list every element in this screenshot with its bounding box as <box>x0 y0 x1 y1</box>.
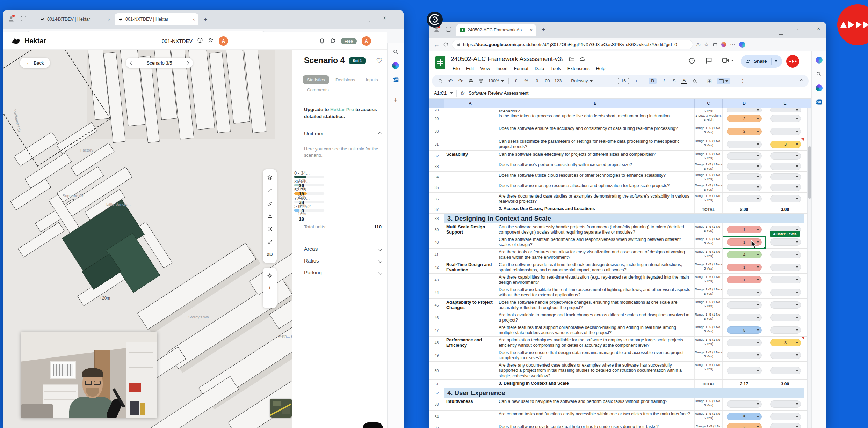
zoom-select[interactable]: 100% <box>488 79 504 83</box>
section-ratios[interactable]: Ratios <box>304 258 382 264</box>
tab-decisions[interactable]: Decisions <box>331 75 359 84</box>
cell-category[interactable] <box>444 311 496 324</box>
cell-range[interactable]: TOTAL <box>695 205 723 213</box>
row-header[interactable]: 34 <box>429 172 444 182</box>
cell-question[interactable]: Can users customize the parameters or se… <box>496 138 695 150</box>
favorites-star-icon[interactable]: ☆ <box>704 42 709 47</box>
score-chip-dropdown[interactable] <box>770 173 801 180</box>
score-chip-dropdown[interactable] <box>727 301 762 309</box>
cell-category[interactable] <box>444 423 496 428</box>
col-header-E[interactable]: E <box>766 99 804 108</box>
sun-shadow-icon[interactable] <box>266 225 274 233</box>
cell-score-d[interactable]: 2 <box>723 125 766 138</box>
cell-score-e[interactable] <box>766 172 804 182</box>
cell-question[interactable]: Are tools available to manage and track … <box>496 311 695 324</box>
sidebar-search-icon[interactable] <box>392 48 399 56</box>
sheets-app-icon[interactable] <box>435 56 445 69</box>
cell-score-d[interactable]: 1 <box>723 261 766 273</box>
paint-format-icon[interactable] <box>478 79 484 84</box>
tab-close-icon[interactable]: × <box>108 17 110 22</box>
row-header[interactable]: 41 <box>429 249 444 261</box>
select-all-corner[interactable] <box>429 99 444 108</box>
refresh-button[interactable] <box>443 42 448 47</box>
row-header[interactable]: 46 <box>429 311 444 324</box>
menu-edit[interactable]: Edit <box>463 65 477 72</box>
row-header[interactable]: 52 <box>429 388 444 398</box>
account-avatar[interactable] <box>786 55 799 68</box>
cell-score-d[interactable]: 2.17 <box>723 380 766 388</box>
cell-question[interactable]: Can the software scale effectively for p… <box>496 151 695 161</box>
col-header-A[interactable]: A <box>444 99 496 108</box>
font-select[interactable]: Raleway <box>571 79 598 83</box>
score-chip-dropdown[interactable] <box>770 423 801 428</box>
row-header[interactable]: 49 <box>429 349 444 361</box>
menu-file[interactable]: File <box>449 65 463 72</box>
cell-score-e[interactable] <box>766 324 804 336</box>
cell-range[interactable]: Range 1 -5 (1 No - 5 Yes) <box>695 249 723 261</box>
cell-score-e[interactable] <box>766 299 804 311</box>
tab-comments[interactable]: Comments <box>303 86 333 94</box>
cell-score-d[interactable]: 5 <box>723 411 766 423</box>
cell-score-d[interactable] <box>723 362 766 379</box>
meet-presentation-button[interactable] <box>722 57 734 64</box>
cell-range[interactable]: Range 1 -5 (1 No - 5 Yes) <box>695 411 723 423</box>
menu-data[interactable]: Data <box>531 65 547 72</box>
cell-range[interactable]: Range 1 -5 (1 No - 5 Yes) <box>695 349 723 361</box>
score-chip-dropdown[interactable] <box>727 339 762 346</box>
cell-category[interactable] <box>444 125 496 138</box>
cell-score-e[interactable] <box>766 182 804 192</box>
score-chip-dropdown[interactable] <box>727 184 762 191</box>
browser-tab-1[interactable]: 001-NXTDEV | Hektar × <box>36 13 114 25</box>
col-header-B[interactable]: B <box>496 99 695 108</box>
cell-category[interactable]: Real-Time Design and Evaluation <box>444 261 496 273</box>
cell-question[interactable]: Can the software maintain performance an… <box>496 236 695 248</box>
cell-score-d[interactable] <box>723 151 766 161</box>
score-chip-dropdown[interactable] <box>770 115 801 122</box>
row-header[interactable]: 36 <box>429 193 444 205</box>
section-parking[interactable]: Parking <box>304 270 382 275</box>
cell-score-e[interactable] <box>766 108 804 112</box>
cell-category[interactable] <box>444 182 496 192</box>
menu-extensions[interactable]: Extensions <box>564 65 593 72</box>
row-header[interactable]: 45 <box>429 299 444 311</box>
search-icon[interactable] <box>437 79 443 84</box>
score-chip-dropdown[interactable] <box>727 173 762 180</box>
score-chip-dropdown[interactable] <box>770 352 801 359</box>
cell-category[interactable]: Multi-Scale Design Support <box>444 223 496 236</box>
document-title[interactable]: 240502-AEC Framework Assessment-v3 <box>451 56 561 63</box>
score-chip-dropdown[interactable] <box>727 195 762 202</box>
collapse-toolbar-icon[interactable] <box>800 79 803 83</box>
percent-format-icon[interactable]: % <box>523 79 529 83</box>
row-header[interactable]: 38 <box>429 214 444 223</box>
cell-question[interactable]: 3. Designing in Context and Scale <box>496 380 695 388</box>
scrollbar-thumb[interactable] <box>808 146 811 199</box>
currency-format-icon[interactable]: £ <box>513 79 519 83</box>
cell-question[interactable]: Does the software facilitate the real-ti… <box>496 286 695 298</box>
cell-category[interactable] <box>444 112 496 125</box>
back-button-map[interactable]: ← Back <box>20 58 50 68</box>
cell-question[interactable]: Does the software provide contextual hel… <box>496 423 695 428</box>
unit-mix-header[interactable]: Unit mix <box>304 131 382 136</box>
cell-range[interactable]: 5 Yes) <box>695 108 723 112</box>
menu-insert[interactable]: Insert <box>493 65 511 72</box>
score-chip-dropdown[interactable] <box>770 128 801 135</box>
row-header[interactable]: 42 <box>429 261 444 273</box>
score-chip-dropdown[interactable] <box>770 289 801 296</box>
row-header[interactable]: 55 <box>429 423 444 428</box>
bold-icon[interactable]: B <box>649 78 657 84</box>
cell-range[interactable]: Range 1 -5 (1 No - 5 Yes) <box>695 236 723 248</box>
sidebar-add-icon[interactable]: + <box>392 96 399 104</box>
row-header[interactable]: 47 <box>429 324 444 336</box>
tab-statistics[interactable]: Statistics <box>303 75 329 84</box>
cell-score-d[interactable] <box>723 286 766 298</box>
cell-score-e[interactable] <box>766 362 804 379</box>
cell-category[interactable] <box>444 172 496 182</box>
score-chip-dropdown[interactable] <box>770 326 801 334</box>
window-close-button[interactable]: × <box>383 15 386 21</box>
cell-question[interactable]: Are there tools or features that allow f… <box>496 249 695 261</box>
minimap[interactable] <box>270 399 292 418</box>
cell-score-e[interactable] <box>766 274 804 286</box>
cell-score-e[interactable] <box>766 151 804 161</box>
strikethrough-icon[interactable]: S <box>671 79 677 83</box>
next-scenario-icon[interactable] <box>185 61 189 65</box>
